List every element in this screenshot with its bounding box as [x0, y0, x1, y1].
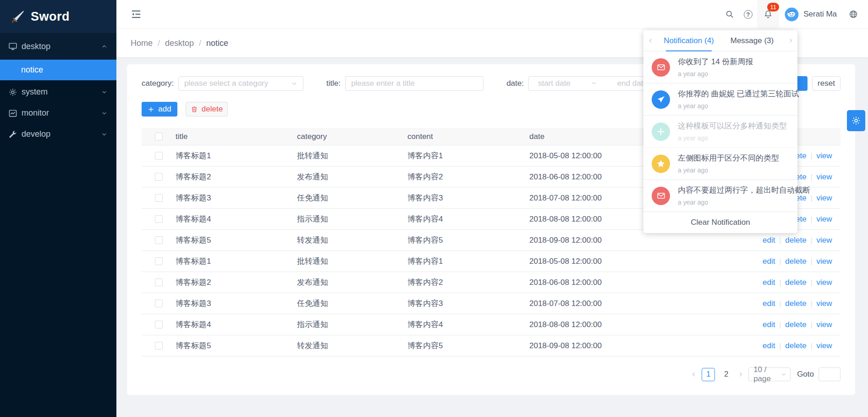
breadcrumb-home[interactable]: Home [131, 39, 153, 48]
action-divider: | [779, 300, 781, 307]
row-checkbox[interactable] [155, 321, 163, 328]
start-date-placeholder: start date [538, 79, 571, 88]
cell-title: 博客标题2 [176, 277, 297, 288]
cell-content: 博客内容5 [407, 340, 529, 351]
date-range-input[interactable]: start date ~ end date [528, 76, 657, 91]
page-2-button[interactable]: 2 [720, 368, 733, 381]
row-checkbox[interactable] [155, 257, 163, 265]
plus-icon [148, 106, 154, 113]
collapse-sidebar-icon[interactable] [128, 6, 144, 22]
page-size-select[interactable]: 10 / page [748, 367, 791, 381]
search-icon[interactable] [720, 0, 739, 28]
row-checkbox[interactable] [155, 300, 163, 307]
action-divider: | [811, 152, 813, 160]
action-divider: | [811, 321, 813, 328]
sidebar-item-monitor[interactable]: monitor [0, 103, 116, 123]
notification-item[interactable]: 左侧图标用于区分不同的类型a year ago [643, 148, 797, 180]
prev-page-icon[interactable] [691, 371, 697, 378]
mail-icon [652, 187, 670, 205]
notification-bell-button[interactable]: 11 [757, 0, 779, 28]
edit-link[interactable]: edit [763, 341, 775, 350]
row-checkbox[interactable] [155, 152, 163, 160]
cell-category: 转发通知 [297, 340, 407, 351]
breadcrumb-desktop[interactable]: desktop [165, 39, 194, 48]
sidebar-item-label: system [22, 87, 48, 97]
view-link[interactable]: view [817, 236, 832, 245]
goto-page-input[interactable] [819, 367, 841, 381]
row-checkbox[interactable] [155, 194, 163, 202]
edit-link[interactable]: edit [763, 236, 775, 245]
notification-time: a year ago [678, 199, 810, 206]
notification-item[interactable]: 内容不要超过两行字，超出时自动截断a year ago [643, 180, 797, 212]
select-all-checkbox[interactable] [155, 133, 163, 140]
view-link[interactable]: view [817, 341, 832, 350]
page-1-button[interactable]: 1 [702, 368, 715, 381]
view-link[interactable]: view [817, 151, 832, 161]
category-placeholder: please select a category [184, 79, 291, 88]
sidebar-menu: desktop notice system [0, 33, 116, 145]
action-divider: | [811, 194, 813, 202]
sidebar-submenu-desktop: notice [0, 60, 116, 80]
view-link[interactable]: view [817, 320, 832, 329]
edit-link[interactable]: edit [763, 320, 775, 329]
delete-link[interactable]: delete [785, 257, 806, 266]
cell-category: 发布通知 [297, 172, 407, 182]
view-link[interactable]: view [817, 278, 832, 287]
row-actions: edit|delete|view [758, 278, 841, 287]
delete-link[interactable]: delete [785, 299, 806, 308]
table-row: 博客标题2发布通知博客内容22018-06-08 12:00:00edit|de… [142, 272, 841, 293]
sidebar: Sword desktop notice [0, 0, 116, 417]
notification-item[interactable]: 你收到了 14 份新周报a year ago [643, 51, 797, 83]
globe-icon[interactable] [844, 0, 863, 28]
delete-link[interactable]: delete [785, 320, 806, 329]
user-menu[interactable]: Serati Ma [785, 7, 837, 22]
notification-item[interactable]: 你推荐的 曲妮妮 已通过第三轮面试a year ago [643, 83, 797, 116]
delete-link[interactable]: delete [785, 278, 806, 287]
help-icon[interactable]: ? [739, 0, 757, 28]
tab-message[interactable]: Message (3) [720, 30, 784, 51]
delete-link[interactable]: delete [785, 341, 806, 350]
cell-content: 博客内容2 [407, 172, 529, 182]
delete-button[interactable]: delete [186, 102, 228, 117]
row-checkbox[interactable] [155, 173, 163, 181]
row-checkbox[interactable] [155, 215, 163, 223]
add-button[interactable]: add [142, 102, 177, 117]
next-page-icon[interactable] [737, 371, 744, 378]
view-link[interactable]: view [817, 194, 832, 203]
sidebar-item-system[interactable]: system [0, 82, 116, 102]
edit-link[interactable]: edit [763, 278, 775, 287]
view-link[interactable]: view [817, 172, 832, 182]
sidebar-item-notice[interactable]: notice [0, 60, 116, 80]
title-input[interactable]: please enter a title [345, 76, 483, 91]
row-actions: edit|delete|view [758, 320, 841, 329]
tab-notification[interactable]: Notification (4) [657, 30, 720, 51]
row-checkbox[interactable] [155, 278, 163, 286]
plus-icon [652, 122, 670, 141]
notification-time: a year ago [678, 134, 787, 142]
avatar [785, 7, 799, 22]
edit-link[interactable]: edit [763, 257, 775, 266]
notification-panel: Notification (4) Message (3) 你收到了 14 份新周… [643, 30, 797, 233]
clear-notification-button[interactable]: Clear Notification [643, 212, 797, 233]
tabs-next-icon[interactable] [784, 30, 797, 51]
delete-button-label: delete [202, 105, 223, 114]
tabs-prev-icon[interactable] [643, 30, 657, 51]
range-separator: ~ [592, 79, 596, 88]
row-checkbox[interactable] [155, 236, 163, 244]
view-link[interactable]: view [817, 257, 832, 266]
row-checkbox[interactable] [155, 342, 163, 350]
delete-link[interactable]: delete [785, 236, 806, 245]
category-select[interactable]: please select a category [178, 76, 303, 91]
edit-link[interactable]: edit [763, 299, 775, 308]
sidebar-item-desktop[interactable]: desktop [0, 33, 116, 60]
reset-button[interactable]: reset [812, 76, 841, 91]
view-link[interactable]: view [817, 215, 832, 224]
sidebar-item-develop[interactable]: develop [0, 124, 116, 145]
row-actions: edit|delete|view [758, 341, 841, 350]
theme-settings-button[interactable] [847, 110, 865, 131]
action-divider: | [779, 321, 781, 328]
cell-title: 博客标题5 [176, 235, 297, 245]
view-link[interactable]: view [817, 299, 832, 308]
notification-item[interactable]: 这种模板可以区分多种通知类型a year ago [643, 116, 797, 148]
cell-date: 2018-08-08 12:00:00 [529, 320, 758, 329]
